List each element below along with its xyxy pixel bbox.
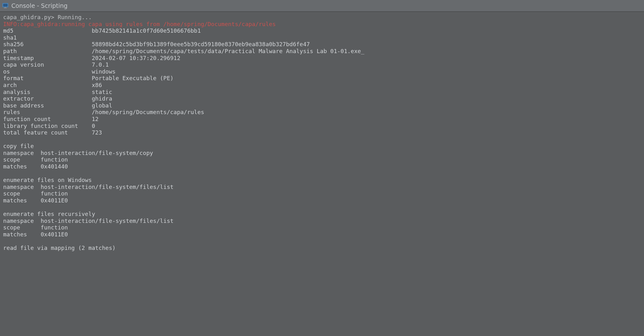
meta-row: sha1 [3,34,641,41]
rules-block: copy filenamespacehost-interaction/file-… [3,143,641,245]
meta-row: archx86 [3,82,641,89]
rule-field-key: namespace [3,150,41,157]
meta-key: extractor [3,95,92,102]
meta-key: path [3,48,92,55]
blank-line [3,204,641,211]
meta-key: timestamp [3,55,92,62]
meta-value: 0 [92,123,95,129]
meta-row: oswindows [3,68,641,75]
blank-line [3,238,641,245]
rule-field-value: function [41,224,68,231]
rule-field-value: host-interaction/file-system/files/list [41,184,174,190]
rule-field-key: scope [3,156,41,163]
meta-value: global [92,102,112,109]
meta-value: 12 [92,116,99,123]
meta-value: 723 [92,129,102,136]
meta-row: path/home/spring/Documents/capa/tests/da… [3,48,641,55]
meta-key: capa version [3,61,92,68]
rule-field-value: host-interaction/file-system/files/list [41,218,174,224]
meta-value: static [92,89,112,96]
svg-rect-3 [4,8,7,8]
meta-value: Portable Executable (PE) [92,75,174,82]
rule-field-row: matches0x401440 [3,163,641,170]
rule-field-key: matches [3,231,41,238]
meta-row: base addressglobal [3,102,641,109]
rule-field-value: function [41,156,68,163]
metadata-block: md5bb7425b82141a1c0f7d60e5106676bb1sha1s… [3,27,641,136]
rule-field-row: namespacehost-interaction/file-system/fi… [3,218,641,224]
blank-line [3,136,641,143]
rule-field-row: scopefunction [3,156,641,163]
titlebar: Console - Scripting [0,0,644,12]
meta-value: 2024-02-07 10:37:20.296912 [92,55,180,62]
meta-row: rules/home/spring/Documents/capa/rules [3,109,641,116]
meta-row: sha25658898bd42c5bd3bf9b1389f0eee5b39cd5… [3,41,641,48]
meta-value: ghidra [92,95,112,102]
meta-key: arch [3,82,92,89]
meta-key: sha256 [3,41,92,48]
meta-row: timestamp2024-02-07 10:37:20.296912 [3,55,641,62]
rule-title: enumerate files recursively [3,211,641,218]
svg-rect-1 [3,4,8,7]
meta-key: library function count [3,123,92,129]
console-output[interactable]: capa_ghidra.py> Running... INFO:capa_ghi… [0,12,644,255]
rule-title: copy file [3,143,641,150]
meta-row: formatPortable Executable (PE) [3,75,641,82]
console-icon [2,2,9,9]
rule-field-value: 0x401440 [41,163,68,170]
rule-field-row: namespacehost-interaction/file-system/fi… [3,184,641,190]
rule-field-value: host-interaction/file-system/copy [41,150,153,157]
rule-field-key: matches [3,197,41,204]
meta-key: os [3,68,92,75]
trailing-line: read file via mapping (2 matches) [3,245,641,251]
meta-value: 7.0.1 [92,61,109,68]
prompt-line: capa_ghidra.py> Running... [3,14,641,21]
meta-key: md5 [3,27,92,34]
meta-key: sha1 [3,34,92,41]
meta-key: format [3,75,92,82]
rule-field-row: scopefunction [3,224,641,231]
meta-key: analysis [3,89,92,96]
meta-value: /home/spring/Documents/capa/rules [92,109,204,116]
blank-line [3,170,641,177]
meta-value: 58898bd42c5bd3bf9b1389f0eee5b39cd59180e8… [92,41,310,48]
meta-key: total feature count [3,129,92,136]
rule-title: enumerate files on Windows [3,177,641,184]
meta-row: library function count0 [3,123,641,129]
rule-field-key: matches [3,163,41,170]
rule-field-value: 0x4011E0 [41,197,68,204]
rule-field-key: namespace [3,218,41,224]
meta-row: md5bb7425b82141a1c0f7d60e5106676bb1 [3,27,641,34]
meta-row: capa version7.0.1 [3,61,641,68]
rule-field-value: 0x4011E0 [41,231,68,238]
rule-field-row: matches0x4011E0 [3,197,641,204]
meta-key: base address [3,102,92,109]
rule-field-key: namespace [3,184,41,190]
rule-field-row: namespacehost-interaction/file-system/co… [3,150,641,157]
meta-row: function count12 [3,116,641,123]
meta-value: bb7425b82141a1c0f7d60e5106676bb1 [92,27,201,34]
meta-value: x86 [92,82,102,89]
meta-key: function count [3,116,92,123]
meta-value: windows [92,68,116,75]
meta-row: total feature count723 [3,129,641,136]
rule-field-row: matches0x4011E0 [3,231,641,238]
rule-field-key: scope [3,224,41,231]
rule-field-key: scope [3,190,41,197]
rule-field-row: scopefunction [3,190,641,197]
meta-key: rules [3,109,92,116]
window-title: Console - Scripting [11,2,68,9]
info-line: INFO:capa_ghidra:running capa using rule… [3,21,641,28]
svg-rect-2 [4,7,6,8]
meta-row: extractorghidra [3,95,641,102]
rule-field-value: function [41,190,68,197]
meta-value: /home/spring/Documents/capa/tests/data/P… [92,48,364,55]
meta-row: analysisstatic [3,89,641,96]
